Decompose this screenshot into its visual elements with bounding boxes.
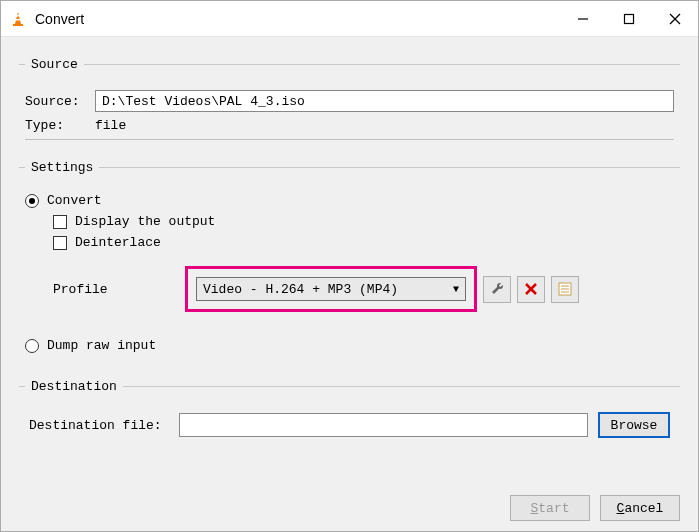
display-output-label: Display the output [75,214,215,229]
profile-combobox[interactable]: Video - H.264 + MP3 (MP4) ▼ [196,277,466,301]
wrench-icon [489,281,505,297]
titlebar: Convert [1,1,698,37]
svg-rect-5 [625,14,634,23]
settings-legend: Settings [25,160,99,175]
deinterlace-checkbox[interactable] [53,236,67,250]
maximize-button[interactable] [606,1,652,37]
source-group: Source Source: Type: file [19,57,680,148]
profile-value: Video - H.264 + MP3 (MP4) [203,282,398,297]
source-input[interactable] [95,90,674,112]
destination-file-label: Destination file: [29,418,179,433]
delete-profile-button[interactable] [517,276,545,303]
browse-button[interactable]: Browse [598,412,670,438]
svg-marker-0 [15,12,21,24]
new-profile-icon [557,281,573,297]
svg-rect-1 [13,24,23,26]
delete-icon [524,282,538,296]
svg-rect-3 [16,19,21,21]
destination-legend: Destination [25,379,123,394]
convert-dialog: Convert Source Source: Type: file [0,0,699,532]
profile-label: Profile [25,282,185,297]
new-profile-button[interactable] [551,276,579,303]
dump-raw-label: Dump raw input [47,338,156,353]
dump-raw-row[interactable]: Dump raw input [25,338,674,353]
destination-group: Destination Destination file: Browse [19,379,680,452]
settings-group: Settings Convert Display the output Dein… [19,160,680,367]
cancel-button[interactable]: CCancelancel [600,495,680,521]
edit-profile-button[interactable] [483,276,511,303]
convert-radio[interactable] [25,194,39,208]
destination-file-input[interactable] [179,413,588,437]
vlc-cone-icon [9,10,27,28]
minimize-button[interactable] [560,1,606,37]
browse-label: Browse [611,418,658,433]
profile-highlight: Video - H.264 + MP3 (MP4) ▼ [185,266,477,312]
cancel-label: CCancelancel [617,501,664,516]
chevron-down-icon: ▼ [453,284,459,295]
display-output-row[interactable]: Display the output [25,214,674,229]
deinterlace-label: Deinterlace [75,235,161,250]
deinterlace-row[interactable]: Deinterlace [25,235,674,250]
source-label: Source: [25,94,95,109]
convert-radio-row[interactable]: Convert [25,193,674,208]
type-label: Type: [25,118,95,133]
display-output-checkbox[interactable] [53,215,67,229]
convert-radio-label: Convert [47,193,102,208]
svg-rect-2 [16,15,20,17]
source-legend: Source [25,57,84,72]
start-button[interactable]: SStarttart [510,495,590,521]
type-value: file [95,118,126,133]
dump-raw-radio[interactable] [25,339,39,353]
close-button[interactable] [652,1,698,37]
start-label: SStarttart [530,501,569,516]
window-title: Convert [35,11,560,27]
